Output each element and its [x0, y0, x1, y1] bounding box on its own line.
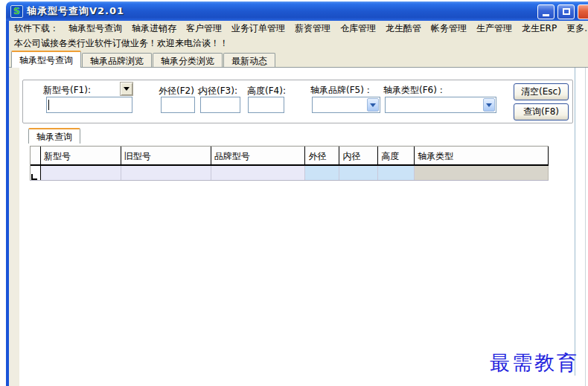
minimize-button[interactable] — [537, 4, 555, 19]
maximize-button[interactable] — [557, 4, 575, 19]
new-model-history-dropdown-button[interactable] — [120, 82, 133, 96]
tab-bearing-query-result[interactable]: 轴承查询 — [28, 128, 80, 144]
chevron-down-icon — [486, 103, 492, 107]
outer-diameter-input[interactable] — [161, 97, 195, 113]
grid-cell-new-model[interactable] — [41, 166, 121, 180]
menu-item-longsheng-erp[interactable]: 龙生ERP — [522, 22, 557, 35]
panel-right-border — [575, 68, 575, 376]
watermark-text: 最需教育 — [490, 350, 579, 376]
grid-header-new-model[interactable]: 新型号 — [41, 147, 121, 166]
tab-model-query[interactable]: 轴承型号查询 — [11, 51, 81, 68]
grid-cell-inner-dia[interactable] — [339, 166, 378, 180]
bearing-brand-dropdown-button[interactable] — [367, 98, 379, 112]
left-gutter — [9, 68, 19, 386]
bearing-type-dropdown-button[interactable] — [483, 98, 495, 112]
new-model-input[interactable] — [46, 97, 132, 113]
menu-item-software-download[interactable]: 软件下载： — [14, 22, 59, 35]
grid-header-height[interactable]: 高度 — [378, 147, 415, 166]
grid-header-brand-model[interactable]: 品牌型号 — [211, 147, 306, 166]
grid-cell-bearing-type[interactable] — [415, 166, 549, 180]
bearing-brand-select[interactable] — [312, 97, 380, 113]
tab-category-browse[interactable]: 轴承分类浏览 — [153, 53, 223, 67]
menu-item-accounting-mgmt[interactable]: 帐务管理 — [431, 22, 467, 35]
grid-header-inner-dia[interactable]: 内径 — [339, 147, 378, 166]
close-button[interactable] — [578, 4, 588, 19]
grid-header-outer-dia[interactable]: 外径 — [305, 147, 339, 166]
dropdown-arrow-icon — [124, 87, 130, 91]
bearing-type-select[interactable] — [385, 97, 496, 113]
grid-cell-brand-model[interactable] — [211, 166, 306, 180]
grid-header-old-model[interactable]: 旧型号 — [121, 147, 211, 166]
current-row-indicator-icon — [31, 174, 37, 180]
text-caret — [48, 100, 49, 110]
tab-brand-browse[interactable]: 轴承品牌浏览 — [82, 53, 152, 67]
menu-item-payroll-mgmt[interactable]: 薪资管理 — [295, 22, 330, 35]
minimize-icon — [543, 14, 549, 16]
chevron-down-icon — [370, 103, 376, 107]
window-title: 轴承型号查询V2.01 — [27, 4, 124, 18]
grid-header-bearing-type[interactable]: 轴承类型 — [415, 147, 549, 166]
grid-cell-old-model[interactable] — [121, 166, 211, 180]
maximize-icon — [563, 8, 570, 15]
menu-item-more[interactable]: 更多... — [566, 22, 588, 35]
menu-item-model-query[interactable]: 轴承型号查询 — [68, 22, 122, 35]
menu-bar: 软件下载： 轴承型号查询 轴承进销存 客户管理 业务订单管理 薪资管理 仓库管理… — [9, 21, 588, 36]
height-label: 高度(F4): — [247, 85, 286, 97]
inner-diameter-input[interactable] — [200, 97, 240, 113]
app-icon: S — [10, 5, 23, 18]
inner-diameter-label: 内径(F3): — [199, 85, 237, 97]
menu-item-warehouse-mgmt[interactable]: 仓库管理 — [340, 22, 376, 35]
menu-item-production-mgmt[interactable]: 生产管理 — [476, 22, 512, 35]
clear-button[interactable]: 清空(Esc) — [514, 83, 569, 100]
title-bar: S 轴承型号查询V2.01 — [6, 1, 588, 21]
grid-header-row: 新型号 旧型号 品牌型号 外径 内径 高度 轴承类型 — [30, 146, 549, 166]
app-window: S 轴承型号查询V2.01 软件下载： 轴承型号查询 轴承进销存 客户管理 业务… — [0, 0, 588, 386]
grid-cell-outer-dia[interactable] — [305, 166, 339, 180]
grid-header-selector — [31, 147, 41, 166]
tab-latest-news[interactable]: 最新动态 — [223, 53, 275, 67]
menu-item-order-mgmt[interactable]: 业务订单管理 — [231, 22, 285, 35]
menu-item-customer-mgmt[interactable]: 客户管理 — [186, 22, 222, 35]
notice-bar: 本公司诚接各类行业软件订做业务！欢迎来电洽谈！！ — [9, 36, 588, 51]
menu-item-inventory[interactable]: 轴承进销存 — [132, 22, 176, 35]
notice-text: 本公司诚接各类行业软件订做业务！欢迎来电洽谈！！ — [14, 37, 229, 50]
query-button[interactable]: 查询(F8) — [514, 103, 569, 120]
window-inner-right-border — [585, 68, 586, 386]
height-input[interactable] — [248, 97, 284, 113]
grid-row-selector[interactable] — [31, 166, 41, 180]
grid-cell-height[interactable] — [378, 166, 415, 180]
grid-row[interactable] — [30, 166, 549, 181]
outer-diameter-label: 外径(F2)： — [159, 85, 203, 97]
menu-item-longsheng-kuguan[interactable]: 龙生酷管 — [386, 22, 421, 35]
result-grid: 新型号 旧型号 品牌型号 外径 内径 高度 轴承类型 — [30, 146, 549, 181]
new-model-label: 新型号(F1): — [43, 84, 91, 97]
bearing-type-label: 轴承类型(F6)： — [383, 84, 446, 97]
main-tab-strip: 轴承型号查询 轴承品牌浏览 轴承分类浏览 最新动态 — [9, 51, 588, 68]
bearing-brand-label: 轴承品牌(F5)： — [310, 84, 373, 97]
